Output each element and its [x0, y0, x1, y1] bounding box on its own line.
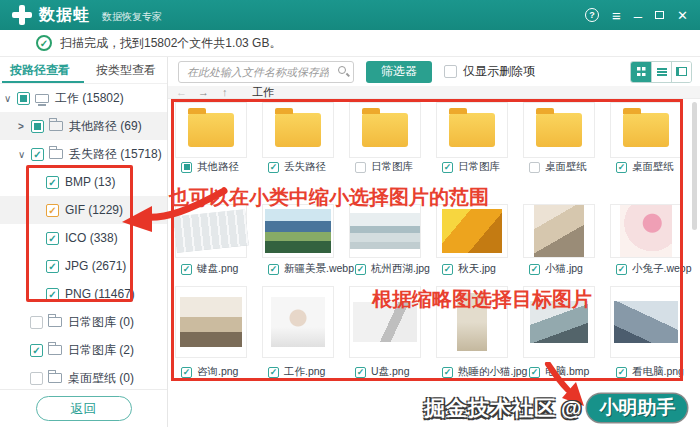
tree-item-other-paths[interactable]: 其他路径 (69) — [0, 112, 167, 140]
tree-item-label: 丢失路径 (15718) — [69, 146, 162, 163]
breadcrumb-path: 工作 — [252, 85, 274, 100]
watermark: 掘金技术社区 @ 小明助手 — [424, 394, 687, 422]
app-subtitle: 数据恢复专家 — [102, 10, 162, 24]
vertical-scrollbar[interactable] — [692, 102, 697, 230]
preview-view-icon — [676, 67, 687, 76]
filter-button[interactable]: 筛选器 — [366, 61, 432, 83]
chevron-down-icon[interactable] — [18, 149, 31, 160]
close-icon[interactable]: ✕ — [677, 9, 688, 22]
show-deleted-checkbox[interactable] — [444, 65, 457, 78]
folder-icon — [48, 317, 62, 327]
tree-item-daily-library-2[interactable]: 日常图库 (2) — [0, 336, 167, 364]
app-logo-icon — [12, 5, 32, 25]
search-icon — [338, 66, 346, 74]
watermark-community: 掘金技术社区 — [424, 394, 556, 422]
tab-view-by-type[interactable]: 按类型查看 — [90, 62, 162, 79]
checkbox[interactable] — [30, 316, 43, 329]
folder-icon — [48, 373, 62, 383]
view-toggle — [630, 61, 692, 83]
show-deleted-label: 仅显示删除项 — [463, 63, 535, 80]
search-input[interactable] — [178, 61, 354, 83]
menu-icon[interactable]: ≡ — [612, 8, 621, 23]
annotation-note-2: 根据缩略图选择目标图片 — [372, 286, 592, 313]
folder-icon — [49, 149, 63, 159]
minimize-icon[interactable]: – — [634, 8, 642, 23]
tree-item-label: 工作 (15802) — [55, 90, 124, 107]
list-view-button[interactable] — [651, 62, 671, 82]
watermark-handle-badge: 小明助手 — [587, 394, 687, 422]
folder-icon — [48, 345, 62, 355]
back-button[interactable]: 返回 — [36, 396, 132, 421]
grid-view-icon — [637, 67, 646, 76]
tree-item-label: 日常图库 (0) — [68, 314, 134, 331]
annotation-arrow-left-icon — [112, 186, 230, 236]
sidebar-tabs: 按路径查看 按类型查看 — [0, 57, 167, 84]
chevron-right-icon[interactable] — [18, 121, 31, 132]
preview-view-button[interactable] — [671, 62, 691, 82]
active-tab-underline — [2, 81, 84, 83]
at-sign: @ — [561, 396, 582, 420]
grid-view-button[interactable] — [631, 62, 651, 82]
titlebar: 数据蛙 数据恢复专家 ? ≡ – ✕ — [0, 0, 700, 30]
folder-icon — [49, 121, 63, 131]
scan-result-text: 扫描完成，找到15802个文件共1.03 GB。 — [60, 35, 281, 52]
tree-item-work[interactable]: 工作 (15802) — [0, 84, 167, 112]
chevron-down-icon[interactable] — [4, 93, 17, 104]
app-name: 数据蛙 — [39, 5, 90, 26]
nav-up-icon[interactable]: ↑ — [222, 86, 248, 98]
scan-status-bar: ✓ 扫描完成，找到15802个文件共1.03 GB。 — [0, 30, 700, 57]
checkbox[interactable] — [30, 344, 43, 357]
tree-item-desktop-wallpaper[interactable]: 桌面壁纸 (0) — [0, 364, 167, 392]
tree-item-label: 桌面壁纸 (0) — [68, 370, 134, 387]
checkbox[interactable] — [31, 148, 44, 161]
list-view-icon — [657, 68, 667, 76]
checkbox[interactable] — [30, 372, 43, 385]
tree-item-daily-library-1[interactable]: 日常图库 (0) — [0, 308, 167, 336]
tab-view-by-path[interactable]: 按路径查看 — [4, 62, 76, 79]
annotation-box-grid — [171, 99, 683, 381]
checkbox[interactable] — [31, 120, 44, 133]
computer-icon — [35, 94, 49, 103]
main-toolbar: 筛选器 仅显示删除项 — [168, 57, 700, 86]
nav-back-icon[interactable]: ← — [176, 86, 198, 98]
check-circle-icon: ✓ — [36, 35, 52, 51]
tree-item-label: 日常图库 (2) — [68, 342, 134, 359]
breadcrumb-bar: ← → ↑ 工作 — [168, 86, 700, 99]
maximize-icon[interactable] — [655, 11, 664, 19]
tree-item-label: 其他路径 (69) — [69, 118, 142, 135]
tree-item-lost-paths[interactable]: 丢失路径 (15718) — [0, 140, 167, 168]
checkbox[interactable] — [17, 92, 30, 105]
nav-forward-icon[interactable]: → — [198, 86, 222, 98]
help-icon[interactable]: ? — [585, 8, 599, 22]
sidebar-footer: 返回 — [0, 389, 167, 427]
